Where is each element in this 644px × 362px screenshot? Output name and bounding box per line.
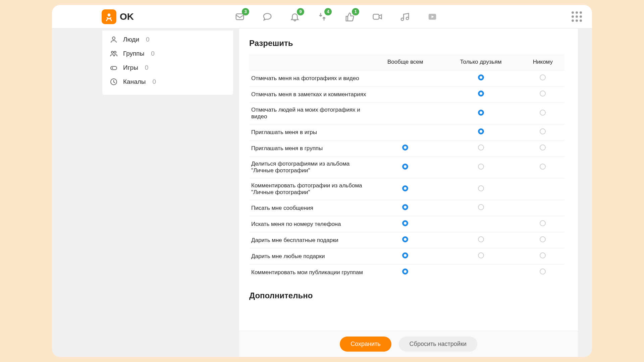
radio-none[interactable]	[540, 268, 546, 275]
channel-icon	[110, 78, 118, 86]
permission-label: Отмечать меня на фотографиях и видео	[249, 70, 370, 86]
radio-friends[interactable]	[478, 110, 484, 116]
permission-row: Приглашать меня в группы	[249, 140, 565, 157]
sidebar-item-label: Люди	[123, 36, 139, 43]
permission-label: Приглашать меня в игры	[249, 124, 370, 140]
radio-none[interactable]	[540, 164, 546, 170]
column-header-none: Никому	[521, 54, 565, 70]
sidebar-item-groups[interactable]: Группы 0	[102, 47, 233, 61]
radio-all[interactable]	[402, 236, 408, 242]
sidebar-item-count: 0	[151, 50, 155, 57]
radio-friends[interactable]	[478, 74, 484, 80]
radio-all[interactable]	[402, 144, 408, 150]
music-icon[interactable]	[398, 10, 412, 23]
permissions-title: Разрешить	[249, 39, 565, 48]
radio-friends[interactable]	[478, 90, 484, 97]
radio-friends[interactable]	[478, 144, 484, 150]
permission-row: Дарить мне бесплатные подарки	[249, 232, 565, 248]
column-header-label	[249, 54, 370, 70]
radio-all[interactable]	[402, 268, 408, 275]
svg-point-4	[112, 37, 115, 40]
notifications-badge: 9	[297, 8, 304, 15]
groups-icon	[110, 50, 118, 58]
permission-row: Комментировать мои публикации группам	[249, 264, 565, 281]
sidebar: Люди 0 Группы 0 Игры 0 Каналы 0	[102, 28, 233, 357]
guests-icon[interactable]: 4	[316, 10, 329, 23]
svg-rect-1	[236, 14, 244, 20]
video-icon[interactable]	[426, 10, 439, 23]
permission-label: Делиться фотографиями из альбома "Личные…	[249, 157, 370, 178]
radio-friends[interactable]	[478, 185, 484, 191]
apps-grid-icon[interactable]	[571, 11, 583, 23]
messages-badge: 3	[242, 8, 249, 15]
sidebar-item-games[interactable]: Игры 0	[102, 61, 233, 75]
likes-icon[interactable]: 1	[343, 10, 357, 23]
permission-label: Приглашать меня в группы	[249, 140, 370, 157]
svg-point-5	[111, 51, 113, 53]
radio-all[interactable]	[402, 220, 408, 226]
radio-friends[interactable]	[478, 164, 484, 170]
radio-friends[interactable]	[478, 128, 484, 134]
permission-row: Писать мне сообщения	[249, 200, 565, 216]
sidebar-item-label: Игры	[123, 64, 138, 71]
permission-label: Дарить мне бесплатные подарки	[249, 232, 370, 248]
svg-rect-7	[111, 66, 117, 70]
video-call-icon[interactable]	[371, 10, 384, 23]
radio-friends[interactable]	[478, 204, 484, 210]
column-header-friends: Только друзьям	[440, 54, 521, 70]
footer-bar: Сохранить Сбросить настройки	[239, 331, 578, 357]
svg-point-6	[114, 51, 116, 53]
radio-friends[interactable]	[478, 236, 484, 242]
permission-label: Комментировать фотографии из альбома "Ли…	[249, 178, 370, 200]
sidebar-item-count: 0	[152, 78, 156, 85]
radio-none[interactable]	[540, 144, 546, 150]
permission-row: Искать меня по номеру телефона	[249, 216, 565, 232]
nav-icons: 3 9 4 1	[233, 10, 439, 23]
person-icon	[110, 36, 118, 44]
radio-all[interactable]	[402, 185, 408, 191]
permission-label: Комментировать мои публикации группам	[249, 264, 370, 281]
permission-row: Делиться фотографиями из альбома "Личные…	[249, 157, 565, 178]
permission-row: Отмечать людей на моих фотографиях и вид…	[249, 103, 565, 124]
radio-all[interactable]	[402, 252, 408, 258]
radio-none[interactable]	[540, 220, 546, 226]
sidebar-card: Люди 0 Группы 0 Игры 0 Каналы 0	[102, 31, 233, 95]
reset-button[interactable]: Сбросить настройки	[399, 337, 477, 352]
messages-icon[interactable]: 3	[233, 10, 247, 23]
notifications-bell-icon[interactable]: 9	[288, 10, 302, 23]
discussions-icon[interactable]	[261, 10, 274, 23]
logo[interactable]: OK	[102, 9, 134, 24]
radio-none[interactable]	[540, 252, 546, 258]
radio-none[interactable]	[540, 110, 546, 116]
column-header-all: Вообще всем	[370, 54, 440, 70]
permission-row: Отмечать меня в заметках и комментариях	[249, 86, 565, 103]
brand-name: OK	[120, 11, 134, 22]
app-window: OK 3 9 4 1	[52, 5, 592, 357]
top-bar: OK 3 9 4 1	[52, 5, 592, 28]
additional-title: Дополнительно	[249, 291, 565, 300]
permission-label: Отмечать людей на моих фотографиях и вид…	[249, 103, 370, 124]
permission-label: Дарить мне любые подарки	[249, 248, 370, 264]
permission-row: Отмечать меня на фотографиях и видео	[249, 70, 565, 86]
permission-label: Искать меня по номеру телефона	[249, 216, 370, 232]
content: Люди 0 Группы 0 Игры 0 Каналы 0	[52, 28, 592, 357]
main-panel: Разрешить Вообще всем Только друзьям Ник…	[239, 28, 578, 357]
permission-row: Приглашать меня в игры	[249, 124, 565, 140]
radio-none[interactable]	[540, 74, 546, 80]
radio-all[interactable]	[402, 164, 408, 170]
permission-label: Писать мне сообщения	[249, 200, 370, 216]
sidebar-item-people[interactable]: Люди 0	[102, 33, 233, 47]
radio-none[interactable]	[540, 90, 546, 97]
sidebar-item-count: 0	[146, 36, 150, 43]
save-button[interactable]: Сохранить	[340, 337, 391, 352]
radio-none[interactable]	[540, 128, 546, 134]
radio-none[interactable]	[540, 236, 546, 242]
svg-rect-2	[373, 14, 379, 19]
sidebar-item-channels[interactable]: Каналы 0	[102, 75, 233, 89]
permission-row: Дарить мне любые подарки	[249, 248, 565, 264]
gamepad-icon	[110, 64, 118, 72]
radio-friends[interactable]	[478, 252, 484, 258]
ok-logo-icon	[102, 9, 116, 24]
radio-all[interactable]	[402, 204, 408, 210]
permission-row: Комментировать фотографии из альбома "Ли…	[249, 178, 565, 200]
